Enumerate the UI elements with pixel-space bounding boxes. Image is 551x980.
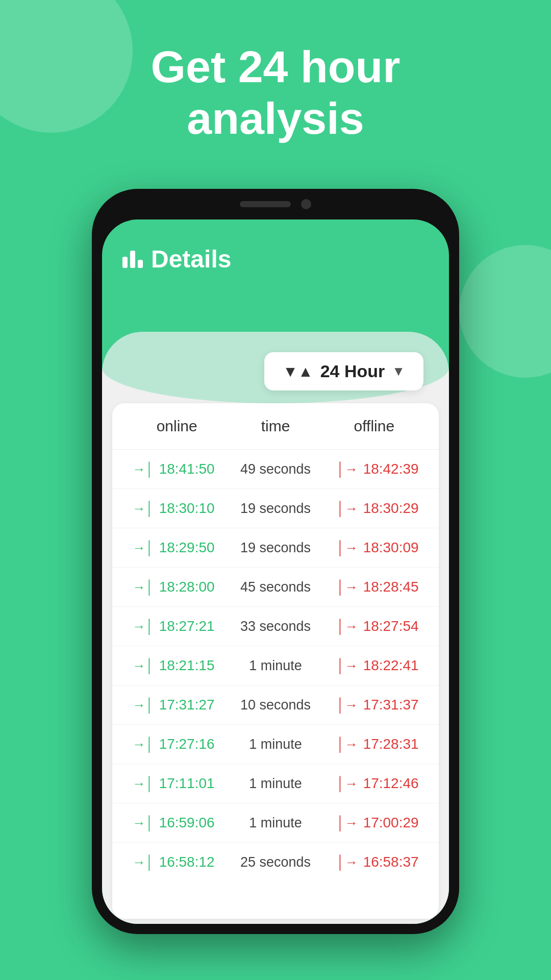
duration-4: 33 seconds	[240, 619, 311, 634]
table-row: →│ 18:27:21 33 seconds │→ 18:27:54	[112, 607, 439, 646]
cell-time-10: 25 seconds	[224, 854, 327, 870]
content-area: ▼▲ 24 Hour ▼ online time offline →│ 18:4…	[102, 332, 449, 924]
cell-online-9: →│ 16:59:06	[122, 815, 224, 831]
online-time-4: 18:27:21	[159, 618, 215, 634]
arrow-out-icon: │→	[336, 854, 358, 870]
arrow-in-icon: →│	[132, 737, 154, 752]
cell-offline-1: │→ 18:30:29	[327, 500, 429, 517]
cell-online-0: →│ 18:41:50	[122, 461, 224, 477]
cell-offline-2: │→ 18:30:09	[327, 540, 429, 556]
table-header: online time offline	[112, 403, 439, 450]
arrow-out-icon: │→	[336, 737, 358, 752]
col-online: online	[128, 418, 226, 435]
cell-time-4: 33 seconds	[224, 619, 327, 634]
arrow-in-icon: →│	[132, 501, 154, 517]
cell-time-8: 1 minute	[224, 776, 327, 792]
filter-row: ▼▲ 24 Hour ▼	[264, 352, 423, 390]
filter-icon: ▼▲	[283, 363, 313, 380]
duration-7: 1 minute	[249, 737, 302, 752]
filter-label: 24 Hour	[320, 361, 385, 381]
online-time-7: 17:27:16	[159, 736, 215, 752]
offline-time-0: 18:42:39	[363, 461, 419, 477]
table-row: →│ 18:28:00 45 seconds │→ 18:28:45	[112, 568, 439, 607]
duration-3: 45 seconds	[240, 579, 311, 595]
col-offline: offline	[325, 418, 423, 435]
arrow-out-icon: │→	[336, 697, 358, 713]
cell-online-4: →│ 18:27:21	[122, 618, 224, 634]
table-row: →│ 18:29:50 19 seconds │→ 18:30:09	[112, 528, 439, 568]
cell-offline-0: │→ 18:42:39	[327, 461, 429, 477]
table-row: →│ 17:11:01 1 minute │→ 17:12:46	[112, 764, 439, 803]
arrow-in-icon: →│	[132, 854, 154, 870]
header-text: Get 24 hour analysis	[0, 41, 551, 144]
online-time-5: 18:21:15	[159, 657, 215, 674]
offline-time-1: 18:30:29	[363, 500, 419, 517]
duration-2: 19 seconds	[240, 540, 311, 556]
duration-1: 19 seconds	[240, 501, 311, 517]
offline-time-4: 18:27:54	[363, 618, 419, 634]
offline-time-8: 17:12:46	[363, 775, 419, 792]
online-time-9: 16:59:06	[159, 815, 215, 831]
header-line1: Get 24 hour	[31, 41, 520, 92]
cell-time-5: 1 minute	[224, 658, 327, 674]
cell-online-7: →│ 17:27:16	[122, 736, 224, 752]
table-row: →│ 18:30:10 19 seconds │→ 18:30:29	[112, 489, 439, 528]
header-line2: analysis	[31, 92, 520, 144]
data-table: online time offline →│ 18:41:50 49 secon…	[112, 403, 439, 919]
app-header: Details	[102, 219, 449, 288]
cell-online-10: →│ 16:58:12	[122, 854, 224, 870]
duration-9: 1 minute	[249, 815, 302, 831]
arrow-out-icon: │→	[336, 501, 358, 517]
table-row: →│ 16:58:12 25 seconds │→ 16:58:37	[112, 843, 439, 881]
cell-online-6: →│ 17:31:27	[122, 697, 224, 713]
app-title: Details	[151, 245, 231, 273]
cell-online-8: →│ 17:11:01	[122, 775, 224, 792]
offline-time-6: 17:31:37	[363, 697, 419, 713]
online-time-2: 18:29:50	[159, 540, 215, 556]
speaker	[240, 201, 291, 207]
chevron-down-icon: ▼	[392, 363, 405, 379]
duration-10: 25 seconds	[240, 854, 311, 870]
cell-time-0: 49 seconds	[224, 461, 327, 477]
cell-offline-10: │→ 16:58:37	[327, 854, 429, 870]
arrow-out-icon: │→	[336, 776, 358, 792]
online-time-1: 18:30:10	[159, 500, 215, 517]
bar-chart-icon	[122, 251, 143, 268]
offline-time-10: 16:58:37	[363, 854, 419, 870]
duration-6: 10 seconds	[240, 697, 311, 713]
arrow-in-icon: →│	[132, 697, 154, 713]
arrow-in-icon: →│	[132, 619, 154, 634]
arrow-out-icon: │→	[336, 619, 358, 634]
table-body: →│ 18:41:50 49 seconds │→ 18:42:39 →│ 18…	[112, 450, 439, 919]
bg-circle-bottomright	[459, 245, 551, 378]
duration-8: 1 minute	[249, 776, 302, 792]
cell-offline-8: │→ 17:12:46	[327, 775, 429, 792]
phone-screen: Details ▼▲ 24 Hour ▼ online time offline	[102, 219, 449, 924]
offline-time-9: 17:00:29	[363, 815, 419, 831]
arrow-out-icon: │→	[336, 658, 358, 674]
online-time-0: 18:41:50	[159, 461, 215, 477]
cell-offline-3: │→ 18:28:45	[327, 579, 429, 595]
cell-time-1: 19 seconds	[224, 501, 327, 517]
arrow-out-icon: │→	[336, 579, 358, 595]
cell-offline-5: │→ 18:22:41	[327, 657, 429, 674]
phone-notch	[204, 189, 347, 219]
col-time: time	[226, 418, 324, 435]
cell-online-5: →│ 18:21:15	[122, 657, 224, 674]
cell-online-1: →│ 18:30:10	[122, 500, 224, 517]
offline-time-7: 17:28:31	[363, 736, 419, 752]
arrow-in-icon: →│	[132, 579, 154, 595]
arrow-in-icon: →│	[132, 815, 154, 831]
arrow-out-icon: │→	[336, 461, 358, 477]
duration-5: 1 minute	[249, 658, 302, 674]
arrow-in-icon: →│	[132, 776, 154, 792]
offline-time-2: 18:30:09	[363, 540, 419, 556]
table-row: →│ 17:27:16 1 minute │→ 17:28:31	[112, 725, 439, 764]
table-row: →│ 17:31:27 10 seconds │→ 17:31:37	[112, 685, 439, 725]
filter-button[interactable]: ▼▲ 24 Hour ▼	[264, 352, 423, 390]
duration-0: 49 seconds	[240, 461, 311, 477]
arrow-in-icon: →│	[132, 540, 154, 556]
cell-online-3: →│ 18:28:00	[122, 579, 224, 595]
cell-time-2: 19 seconds	[224, 540, 327, 556]
online-time-8: 17:11:01	[159, 775, 215, 792]
